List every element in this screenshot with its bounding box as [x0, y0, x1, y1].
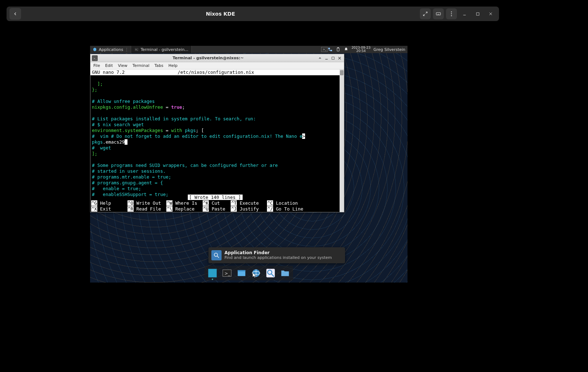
menu-handle-icon: ⋮ [125, 47, 129, 52]
tooltip-subtitle: Find and launch applications installed o… [224, 255, 332, 260]
terminal-icon: >_ [134, 47, 139, 52]
clipboard-icon[interactable] [336, 47, 341, 52]
terminal-scrollbar[interactable] [340, 69, 344, 212]
menu-edit[interactable]: Edit [105, 63, 113, 68]
menu-help[interactable]: Help [169, 63, 178, 68]
terminal-titlebar-icon: >_ [92, 55, 98, 61]
nano-shortcut: ^U Paste [203, 206, 231, 212]
panel-time: 20:54 [352, 49, 370, 53]
panel-clock[interactable]: 2023-09-23 20:54 [352, 46, 370, 53]
minimize-button[interactable] [459, 8, 470, 19]
svg-text:>_: >_ [224, 271, 230, 276]
dock-file-manager[interactable] [236, 267, 247, 279]
nano-shortcut: ^R Read File [127, 206, 166, 212]
vm-viewport: Applications ⋮ >_ Terminal - gsilverstei… [90, 46, 407, 283]
app-finder-icon [211, 250, 222, 260]
menu-terminal[interactable]: Terminal [133, 63, 150, 68]
terminal-window: >_ Terminal - gsilverstein@nixos:~ File [90, 54, 344, 212]
taskbar-terminal[interactable]: >_ Terminal - gsilverstein... [131, 46, 191, 53]
dock: >_ [204, 266, 293, 280]
nano-filename: /etc/nixos/configuration.nix [178, 69, 254, 75]
host-titlebar: Nixos KDE [7, 7, 499, 21]
menu-button[interactable] [446, 8, 457, 19]
nano-shortcut: ^G Help [91, 200, 127, 206]
nano-header: GNU nano 7.2 /etc/nixos/configuration.ni… [90, 69, 344, 75]
nano-shortcuts: ^G Help ^O Write Out ^W Where Is ^K Cut … [90, 200, 340, 212]
dock-web-browser[interactable] [250, 267, 262, 279]
dock-app-finder[interactable] [265, 267, 276, 279]
svg-point-10 [451, 15, 452, 16]
dock-folder[interactable] [279, 267, 291, 279]
terminal-menubar: File Edit View Terminal Tabs Help [90, 62, 344, 69]
nano-shortcut: ^X Exit [91, 206, 127, 212]
applications-menu[interactable]: Applications ⋮ [90, 46, 131, 53]
menu-tabs[interactable]: Tabs [154, 63, 163, 68]
nano-shortcut: ^C Location [267, 200, 309, 206]
terminal-title: Terminal - gsilverstein@nixos:~ [99, 56, 317, 60]
svg-line-0 [426, 12, 427, 13]
svg-rect-34 [238, 270, 246, 272]
nano-shortcut: ^W Where Is [166, 200, 203, 206]
terminal-minimize-button[interactable] [324, 55, 329, 61]
taskbar-terminal-label: Terminal - gsilverstein... [141, 47, 188, 52]
nano-cursor [125, 139, 127, 145]
nano-app-name: GNU nano 7.2 [92, 69, 125, 75]
nixos-icon [92, 47, 97, 52]
nano-shortcut: ^T Execute [231, 200, 267, 206]
network-icon[interactable] [328, 47, 333, 52]
nano-status: [ Wrote 140 lines ] [90, 195, 340, 200]
svg-rect-12 [476, 12, 479, 15]
terminal-titlebar[interactable]: >_ Terminal - gsilverstein@nixos:~ [90, 54, 344, 62]
nano-content[interactable]: ]; }; # Allow unfree packages nixpkgs.co… [90, 75, 344, 197]
svg-line-1 [423, 14, 425, 16]
svg-point-8 [451, 11, 452, 12]
panel-username[interactable]: Greg Silverstein [373, 47, 405, 52]
terminal-shade-button[interactable] [317, 55, 323, 61]
svg-rect-19 [328, 48, 330, 49]
svg-marker-15 [93, 48, 96, 51]
menu-view[interactable]: View [118, 63, 127, 68]
svg-point-28 [214, 253, 218, 256]
terminal-maximize-button[interactable] [330, 55, 336, 61]
dock-terminal[interactable]: >_ [221, 267, 233, 279]
svg-rect-30 [208, 269, 216, 277]
svg-rect-20 [330, 50, 332, 51]
host-title: Nixos KDE [21, 11, 420, 17]
nano-shortcut: ^K Cut [203, 200, 231, 206]
tooltip-title: Application Finder [224, 250, 332, 255]
notification-icon[interactable] [344, 47, 349, 52]
nano-shortcut: ^/ Go To Line [267, 206, 309, 212]
keyboard-button[interactable] [433, 8, 444, 19]
maximize-button[interactable] [472, 8, 483, 19]
xfce-panel: Applications ⋮ >_ Terminal - gsilverstei… [90, 46, 407, 53]
nano-shortcut: ^J Justify [231, 206, 267, 212]
fullscreen-button[interactable] [420, 8, 431, 19]
menu-file[interactable]: File [93, 63, 100, 68]
terminal-body[interactable]: GNU nano 7.2 /etc/nixos/configuration.ni… [90, 69, 344, 212]
svg-text:>_: >_ [323, 48, 327, 51]
svg-line-29 [217, 256, 219, 258]
svg-rect-25 [332, 57, 334, 59]
back-button[interactable] [9, 8, 21, 20]
nano-shortcut: ^O Write Out [127, 200, 166, 206]
svg-text:>_: >_ [93, 57, 97, 60]
terminal-close-button[interactable] [337, 55, 342, 61]
tooltip: Application Finder Find and launch appli… [208, 247, 345, 263]
applications-label: Applications [99, 47, 123, 52]
dock-show-desktop[interactable] [207, 267, 218, 279]
svg-point-9 [451, 13, 452, 15]
close-button[interactable] [485, 8, 496, 19]
nano-shortcut: ^\ Replace [166, 206, 203, 212]
panel-terminal-indicator-icon[interactable]: >_ [321, 47, 328, 52]
svg-text:>_: >_ [135, 48, 138, 51]
svg-rect-2 [436, 13, 441, 15]
